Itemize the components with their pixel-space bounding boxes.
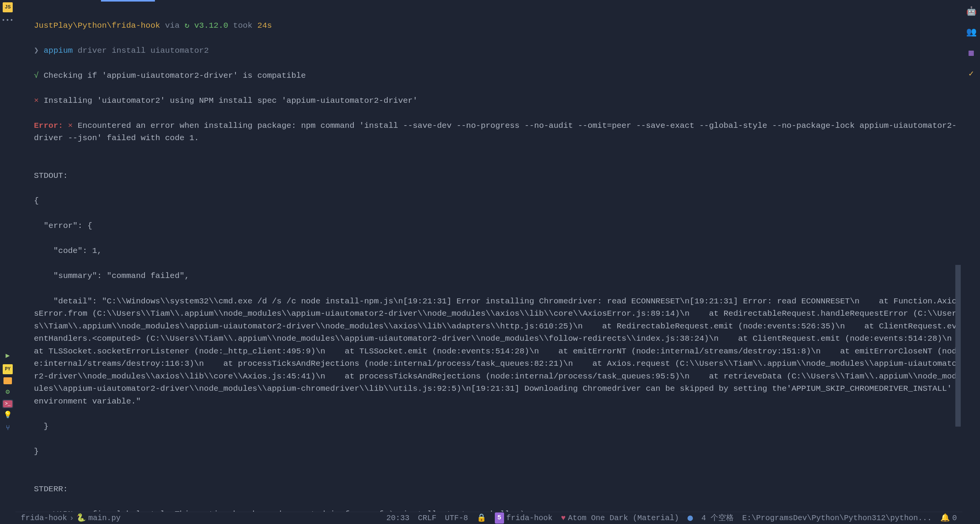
prompt-version: v3.12.0 bbox=[194, 21, 228, 30]
theme-name: Atom One Dark (Material) bbox=[568, 512, 679, 524]
json-line: "code": 1, bbox=[34, 245, 957, 258]
chevron-right-icon: › bbox=[69, 512, 74, 524]
prompt-path: JustPlay\Python\frida-hook bbox=[34, 21, 160, 30]
lock-icon[interactable]: 🔒 bbox=[477, 512, 486, 524]
indentation[interactable]: 4 个空格 bbox=[701, 512, 734, 524]
json-line: "summary": "command failed", bbox=[34, 270, 957, 283]
line-ending[interactable]: CRLF bbox=[418, 512, 437, 524]
sync-status[interactable] bbox=[688, 516, 693, 521]
encoding[interactable]: UTF-8 bbox=[445, 512, 468, 524]
git-branch-icon[interactable]: ⑂ bbox=[3, 424, 13, 434]
heart-icon: ♥ bbox=[561, 512, 566, 524]
python-icon[interactable]: PY bbox=[3, 364, 13, 374]
settings-gear-icon[interactable]: ⚙ bbox=[3, 387, 13, 397]
database-grid-icon[interactable]: ▦ bbox=[968, 47, 973, 60]
prompt-via: via bbox=[165, 21, 180, 30]
python-file-icon: 🐍 bbox=[76, 512, 86, 524]
breadcrumb-file: main.py bbox=[88, 512, 121, 524]
breadcrumb[interactable]: frida-hook › 🐍 main.py bbox=[21, 512, 121, 524]
command-exe: appium bbox=[44, 46, 73, 55]
right-tool-rail: 🤖 👥 ▦ ✓ bbox=[962, 0, 980, 524]
copilot-icon[interactable]: 👥 bbox=[966, 26, 977, 39]
editor-main: JustPlay\Python\frida-hook via ↻ v3.12.0… bbox=[15, 0, 962, 524]
breadcrumb-root: frida-hook bbox=[21, 512, 67, 524]
check-mark-icon: √ bbox=[34, 71, 39, 80]
prompt-took-value: 24s bbox=[257, 21, 272, 30]
status-bar: frida-hook › 🐍 main.py 20:33 CRLF UTF-8 … bbox=[15, 512, 962, 524]
command-args: driver install uiautomator2 bbox=[78, 46, 209, 55]
json-line: } bbox=[34, 420, 957, 433]
json-detail-line: "detail": "C:\\Windows\\system32\\cmd.ex… bbox=[34, 295, 957, 408]
stderr-label: STDERR: bbox=[34, 483, 957, 496]
assistant-icon[interactable]: 🤖 bbox=[966, 5, 977, 18]
reload-icon: ↻ bbox=[185, 21, 190, 30]
branch-badge: 5 bbox=[495, 512, 504, 523]
tab-strip bbox=[15, 0, 962, 3]
stdout-label: STDOUT: bbox=[34, 170, 957, 182]
json-line: "error": { bbox=[34, 220, 957, 233]
tips-bulb-icon[interactable]: 💡 bbox=[3, 410, 13, 420]
git-branch-status[interactable]: 5 frida-hook bbox=[495, 512, 553, 524]
error-label: Error: bbox=[34, 121, 63, 130]
todo-check-icon[interactable]: ✓ bbox=[968, 68, 973, 81]
terminal-panel[interactable]: JustPlay\Python\frida-hook via ↻ v3.12.0… bbox=[15, 3, 962, 512]
sync-dot-icon bbox=[688, 516, 693, 521]
json-line: { bbox=[34, 195, 957, 208]
json-line: } bbox=[34, 445, 957, 458]
color-theme[interactable]: ♥ Atom One Dark (Material) bbox=[561, 512, 679, 524]
error-x: × bbox=[63, 121, 78, 130]
error-message: Encountered an error when installing pac… bbox=[34, 121, 956, 143]
branch-name: frida-hook bbox=[506, 512, 553, 524]
stderr-line: npm WARN config global-style This option… bbox=[34, 508, 957, 512]
run-icon[interactable]: ▶ bbox=[3, 351, 13, 361]
cursor-position[interactable]: 20:33 bbox=[387, 512, 410, 524]
bell-icon: 🔔 bbox=[940, 512, 950, 524]
notification-count: 0 bbox=[952, 512, 957, 524]
python-interpreter[interactable]: E:\ProgramsDev\Python\Python312\python..… bbox=[742, 512, 932, 524]
terminal-icon[interactable]: >_ bbox=[3, 400, 12, 407]
active-tab-indicator bbox=[101, 0, 155, 2]
notifications[interactable]: 🔔 0 bbox=[940, 512, 957, 524]
installing-line: Installing 'uiautomator2' using NPM inst… bbox=[39, 96, 418, 105]
x-mark-icon: × bbox=[34, 96, 39, 105]
more-icon[interactable]: ••• bbox=[3, 15, 13, 25]
check-compat-line: Checking if 'appium-uiautomator2-driver'… bbox=[39, 71, 306, 80]
prompt-took-label: took bbox=[233, 21, 252, 30]
prompt-caret: ❯ bbox=[34, 46, 39, 55]
terminal-scrollbar[interactable] bbox=[955, 265, 961, 427]
activity-bar: JS ••• ▶ PY ⚙ >_ 💡 ⑂ bbox=[0, 0, 15, 524]
folder-icon[interactable] bbox=[3, 377, 12, 384]
app-logo-icon[interactable]: JS bbox=[3, 2, 13, 12]
